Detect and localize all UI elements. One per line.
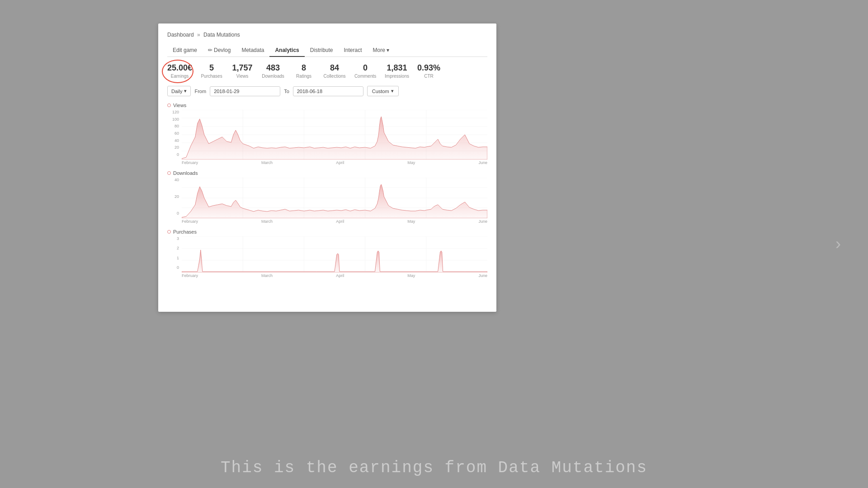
purchases-chart-area: [182, 236, 487, 272]
caption-text: This is the earnings from Data Mutations: [221, 459, 647, 477]
views-x-labels: February March April May June: [182, 160, 487, 166]
tab-interact[interactable]: Interact: [338, 44, 367, 57]
views-label: Views: [236, 74, 249, 79]
downloads-svg: [182, 178, 487, 218]
downloads-x-labels: February March April May June: [182, 218, 487, 225]
purchases-label: Purchases: [201, 74, 222, 79]
collections-value: 84: [330, 63, 339, 73]
breadcrumb-separator: »: [197, 32, 200, 38]
from-label: From: [194, 89, 206, 94]
impressions-value: 1,831: [387, 63, 407, 73]
views-chart-section: Views 120 100 80 60 40 20 0: [167, 103, 487, 166]
stats-row: 25.00€ Earnings 5 Purchases 1,757 Views …: [167, 63, 487, 79]
stat-ctr: 0.93% CTR: [417, 63, 440, 79]
views-chart-label: Views: [173, 103, 186, 108]
downloads-legend: Downloads: [167, 170, 487, 176]
downloads-label: Downloads: [262, 74, 284, 79]
period-select[interactable]: Daily ▾: [167, 86, 191, 96]
views-y-axis: 120 100 80 60 40 20 0: [167, 110, 181, 157]
tab-more[interactable]: More ▾: [368, 44, 395, 57]
stat-purchases: 5 Purchases: [200, 63, 223, 79]
analytics-panel: Dashboard » Data Mutations Edit game ✏ D…: [158, 23, 496, 312]
from-date-input[interactable]: [210, 86, 280, 96]
downloads-chart-label: Downloads: [173, 170, 198, 176]
nav-tabs: Edit game ✏ Devlog Metadata Analytics Di…: [167, 44, 487, 57]
downloads-value: 483: [266, 63, 280, 73]
downloads-y-axis: 40 20 0: [167, 178, 181, 216]
ratings-value: 8: [302, 63, 306, 73]
purchases-chart-container: 3 2 1 0: [167, 236, 487, 279]
purchases-chart-section: Purchases 3 2 1 0: [167, 229, 487, 279]
breadcrumb-current: Data Mutations: [203, 32, 240, 38]
views-chart-container: 120 100 80 60 40 20 0: [167, 110, 487, 166]
to-date-input[interactable]: [293, 86, 363, 96]
views-legend: Views: [167, 103, 487, 108]
breadcrumb: Dashboard » Data Mutations: [167, 32, 487, 38]
collections-label: Collections: [324, 74, 346, 79]
chevron-down-icon: ▾: [387, 47, 389, 53]
next-arrow[interactable]: ›: [835, 235, 841, 253]
stat-views: 1,757 Views: [231, 63, 254, 79]
stat-downloads: 483 Downloads: [262, 63, 284, 79]
comments-label: Comments: [354, 74, 376, 79]
views-legend-dot: [167, 103, 171, 107]
stat-collections: 84 Collections: [323, 63, 346, 79]
impressions-label: Impressions: [385, 74, 409, 79]
preset-select[interactable]: Custom ▾: [367, 86, 399, 96]
purchases-y-axis: 3 2 1 0: [167, 236, 181, 270]
views-svg: [182, 110, 487, 160]
downloads-chart-section: Downloads 40 20 0: [167, 170, 487, 225]
purchases-svg: [182, 236, 487, 272]
stat-comments: 0 Comments: [354, 63, 377, 79]
filters-row: Daily ▾ From To Custom ▾: [167, 86, 487, 96]
tab-distribute[interactable]: Distribute: [305, 44, 339, 57]
chevron-down-icon: ▾: [184, 88, 187, 94]
breadcrumb-parent[interactable]: Dashboard: [167, 32, 194, 38]
comments-value: 0: [363, 63, 368, 73]
stat-earnings: 25.00€ Earnings: [167, 63, 192, 79]
earnings-label: Earnings: [171, 74, 189, 79]
downloads-legend-dot: [167, 171, 171, 175]
ctr-value: 0.93%: [417, 63, 440, 73]
purchases-x-labels: February March April May June: [182, 272, 487, 279]
tab-devlog[interactable]: ✏ Devlog: [203, 44, 236, 57]
downloads-chart-area: [182, 178, 487, 218]
caption-bar: This is the earnings from Data Mutations: [0, 447, 868, 488]
purchases-value: 5: [209, 63, 214, 73]
purchases-chart-label: Purchases: [173, 229, 197, 235]
tab-metadata[interactable]: Metadata: [236, 44, 269, 57]
to-label: To: [284, 89, 289, 94]
stat-impressions: 1,831 Impressions: [385, 63, 409, 79]
tab-edit-game[interactable]: Edit game: [167, 44, 203, 57]
stat-ratings: 8 Ratings: [292, 63, 315, 79]
pencil-icon: ✏: [208, 47, 212, 53]
ratings-label: Ratings: [296, 74, 311, 79]
earnings-value: 25.00€: [167, 63, 192, 73]
tab-analytics[interactable]: Analytics: [269, 44, 304, 57]
views-value: 1,757: [232, 63, 253, 73]
views-chart-area: [182, 110, 487, 160]
downloads-chart-container: 40 20 0: [167, 178, 487, 225]
ctr-label: CTR: [424, 74, 434, 79]
purchases-legend: Purchases: [167, 229, 487, 235]
purchases-legend-dot: [167, 230, 171, 234]
chevron-down-icon: ▾: [391, 88, 394, 94]
